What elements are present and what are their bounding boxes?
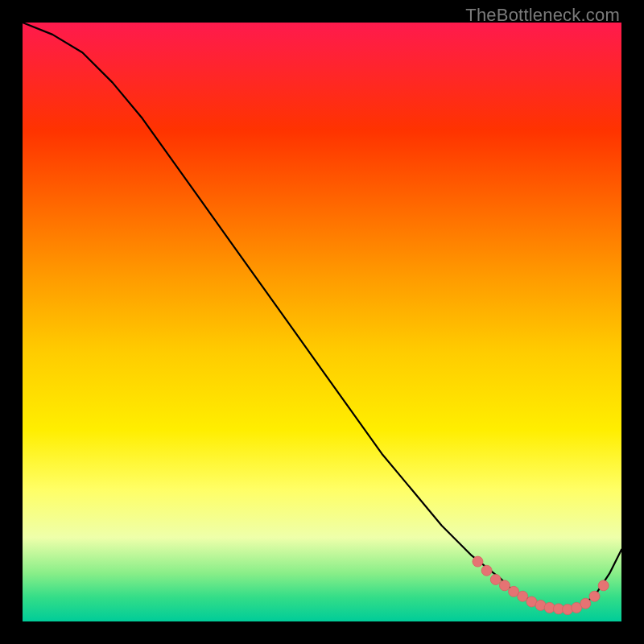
chart-frame: TheBottleneck.com: [0, 0, 644, 644]
gradient-plot-area: [23, 23, 621, 621]
